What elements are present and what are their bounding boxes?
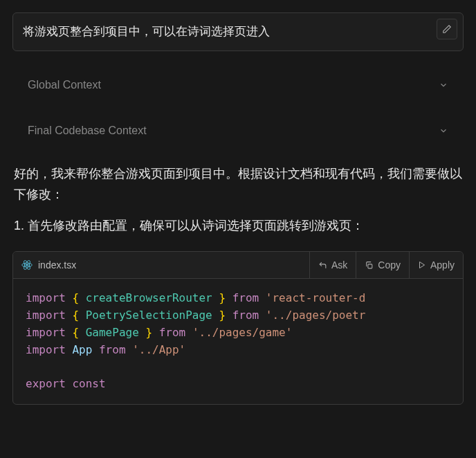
code-filename[interactable]: index.tsx	[13, 259, 309, 271]
section-title: Global Context	[28, 79, 101, 91]
code-block: index.tsx Ask Copy Apply import { create…	[12, 251, 464, 405]
response-paragraph: 好的，我来帮你整合游戏页面到项目中。根据设计文档和现有代码，我们需要做以下修改：	[14, 163, 462, 205]
play-icon	[418, 261, 426, 269]
code-header: index.tsx Ask Copy Apply	[13, 252, 463, 279]
copy-button[interactable]: Copy	[356, 252, 409, 278]
svg-marker-5	[419, 262, 424, 268]
button-label: Copy	[378, 259, 401, 271]
svg-rect-4	[368, 264, 372, 268]
chevron-down-icon	[439, 80, 448, 90]
reply-icon	[318, 261, 327, 270]
edit-message-button[interactable]	[437, 19, 457, 39]
apply-button[interactable]: Apply	[409, 252, 463, 278]
button-label: Ask	[331, 259, 347, 271]
button-label: Apply	[430, 259, 455, 271]
user-message-text: 将游戏页整合到项目中，可以在诗词选择页进入	[23, 25, 270, 38]
chevron-down-icon	[439, 126, 448, 136]
svg-point-0	[26, 264, 28, 266]
section-title: Final Codebase Context	[28, 125, 147, 137]
filename-text: index.tsx	[38, 259, 76, 271]
final-codebase-context-section[interactable]: Final Codebase Context	[25, 118, 451, 144]
user-message: 将游戏页整合到项目中，可以在诗词选择页进入	[12, 12, 464, 51]
ask-button[interactable]: Ask	[309, 252, 356, 278]
react-icon	[21, 259, 33, 271]
assistant-response: 好的，我来帮你整合游戏页面到项目中。根据设计文档和现有代码，我们需要做以下修改：…	[12, 163, 464, 237]
copy-icon	[365, 261, 374, 270]
pencil-icon	[442, 24, 452, 34]
global-context-section[interactable]: Global Context	[25, 72, 451, 98]
response-paragraph: 1. 首先修改路由配置，确保可以从诗词选择页面跳转到游戏页：	[14, 215, 462, 237]
code-content: import { createBrowserRouter } from 'rea…	[13, 279, 463, 404]
